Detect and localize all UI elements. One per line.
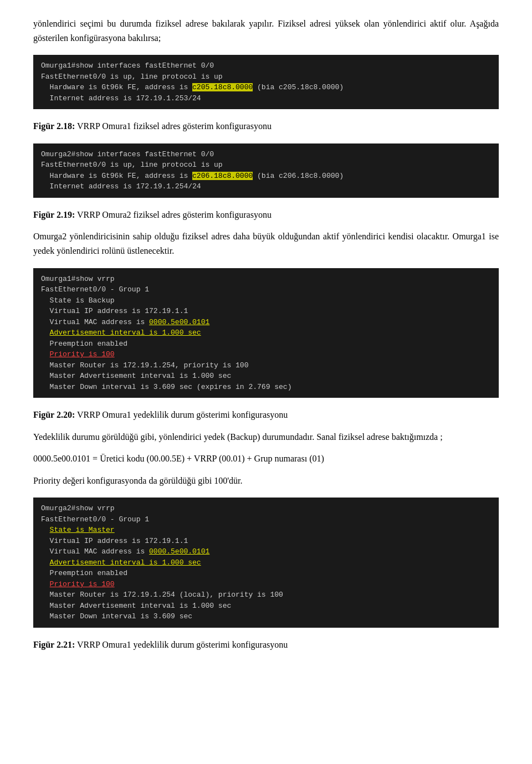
fig20-desc1-text: Yedeklilik durumu görüldüğü gibi, yönlen… — [33, 432, 443, 442]
fig20-desc3: Priority değeri konfigurasyonda da görül… — [33, 474, 499, 488]
fig20-caption-text: VRRP Omura1 yedeklilik durum gösterimi k… — [75, 410, 288, 419]
fig19-description: Omurga2 yönlendiricisinin sahip olduğu f… — [33, 229, 499, 258]
fig21-caption: Figür 2.21: VRRP Omura1 yedeklilik durum… — [33, 638, 499, 652]
intro-text: yönlendirici seçimi bu durumda fiziksel … — [33, 19, 499, 43]
fig18-caption-text: VRRP Omura1 fiziksel adres gösterim konf… — [75, 121, 272, 131]
code-line: Omurga2#show vrrp FastEthernet0/0 - Grou… — [41, 504, 283, 621]
code-block-omurga2-vrrp: Omurga2#show vrrp FastEthernet0/0 - Grou… — [33, 498, 499, 628]
fig21-caption-bold: Figür 2.21: — [33, 640, 75, 649]
code-line: Omurga2#show interfaces fastEthernet 0/0… — [41, 150, 344, 191]
code-block-omurga1-vrrp: Omurga1#show vrrp FastEthernet0/0 - Grou… — [33, 268, 499, 398]
fig19-caption: Figür 2.19: VRRP Omura2 fiziksel adres g… — [33, 208, 499, 222]
fig19-desc-text: Omurga2 yönlendiricisinin sahip olduğu f… — [33, 232, 499, 255]
code-line: Omurga1#show vrrp FastEthernet0/0 - Grou… — [41, 275, 291, 391]
fig21-caption-text: VRRP Omura1 yedeklilik durum gösterimi k… — [75, 640, 288, 649]
fig20-caption: Figür 2.20: VRRP Omura1 yedeklilik durum… — [33, 408, 499, 422]
fig20-desc2: 0000.5e00.0101 = Üretici kodu (00.00.5E)… — [33, 452, 499, 466]
code-block-omurga2-interfaces: Omurga2#show interfaces fastEthernet 0/0… — [33, 143, 499, 198]
fig18-caption: Figür 2.18: VRRP Omura1 fiziksel adres g… — [33, 119, 499, 134]
fig20-desc2-text: 0000.5e00.0101 = Üretici kodu (00.00.5E)… — [33, 454, 324, 463]
fig20-desc1: Yedeklilik durumu görüldüğü gibi, yönlen… — [33, 430, 499, 444]
fig20-caption-bold: Figür 2.20: — [33, 410, 75, 419]
fig19-caption-text: VRRP Omura2 fiziksel adres gösterim konf… — [75, 210, 272, 219]
fig20-desc3-text: Priority değeri konfigurasyonda da görül… — [33, 476, 243, 485]
fig19-caption-bold: Figür 2.19: — [33, 210, 75, 219]
fig18-caption-bold: Figür 2.18: — [33, 121, 75, 131]
code-block-omurga1-interfaces: Omurga1#show interfaces fastEthernet 0/0… — [33, 55, 499, 109]
code-line: Omurga1#show interfaces fastEthernet 0/0… — [41, 61, 344, 102]
intro-paragraph: yönlendirici seçimi bu durumda fiziksel … — [33, 17, 499, 45]
